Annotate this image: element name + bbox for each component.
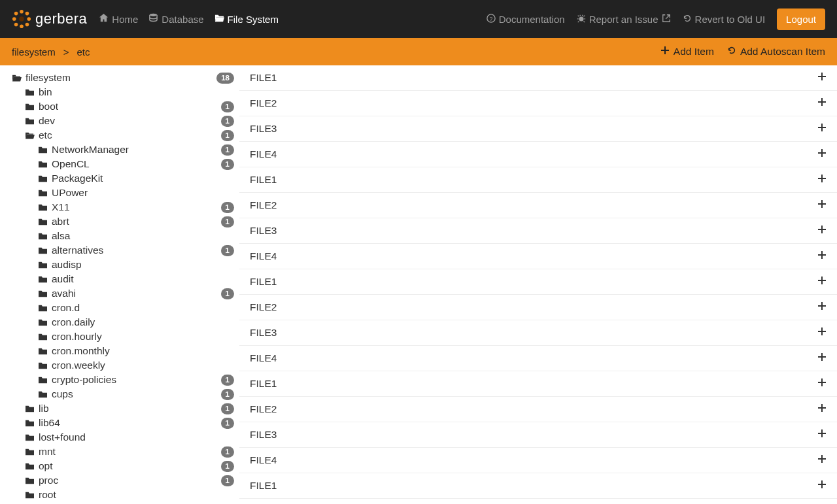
svg-point-0	[19, 16, 24, 22]
add-file-button[interactable]	[817, 301, 827, 314]
svg-point-5	[14, 12, 18, 16]
add-file-button[interactable]	[817, 97, 827, 110]
file-name: FILE1	[250, 276, 277, 288]
add-file-button[interactable]	[817, 122, 827, 135]
history-icon	[727, 46, 736, 58]
add-file-button[interactable]	[817, 224, 827, 237]
file-row[interactable]: FILE1	[239, 269, 837, 295]
add-file-button[interactable]	[817, 428, 827, 441]
file-row[interactable]: FILE3	[239, 218, 837, 244]
file-row[interactable]: FILE4	[239, 244, 837, 269]
breadcrumb-child[interactable]: etc	[77, 46, 90, 58]
tree-item-NetworkManager[interactable]: NetworkManager1	[0, 143, 239, 157]
file-row[interactable]: FILE1	[239, 473, 837, 499]
file-row[interactable]: FILE4	[239, 346, 837, 371]
brand[interactable]: gerbera	[12, 9, 87, 29]
nav-home[interactable]: Home	[99, 13, 138, 25]
count-badge: 1	[221, 446, 234, 458]
file-row[interactable]: FILE2	[239, 397, 837, 422]
tree-item-lost+found[interactable]: lost+found	[0, 430, 239, 445]
tree-item-audit[interactable]: audit	[0, 272, 239, 286]
tree-item-lib[interactable]: lib1	[0, 401, 239, 416]
folder-icon	[38, 347, 48, 356]
add-file-button[interactable]	[817, 250, 827, 263]
tree-item-root[interactable]: root	[0, 488, 239, 502]
file-row[interactable]: FILE3	[239, 320, 837, 346]
nav-documentation[interactable]: ? Documentation	[487, 14, 565, 25]
tree-item-dev[interactable]: dev1	[0, 114, 239, 128]
add-autoscan-button[interactable]: Add Autoscan Item	[727, 46, 825, 58]
tree-item-UPower[interactable]: UPower	[0, 186, 239, 200]
folder-icon	[25, 491, 35, 499]
tree-item-OpenCL[interactable]: OpenCL1	[0, 157, 239, 171]
folder-icon	[38, 203, 48, 212]
svg-point-1	[20, 10, 24, 14]
file-row[interactable]: FILE4	[239, 142, 837, 167]
tree-item-boot[interactable]: boot1	[0, 99, 239, 114]
add-file-button[interactable]	[817, 352, 827, 365]
tree-item-opt[interactable]: opt1	[0, 459, 239, 473]
file-row[interactable]: FILE2	[239, 295, 837, 320]
tree-item-cron.daily[interactable]: cron.daily	[0, 315, 239, 329]
tree-item-filesystem[interactable]: filesystem18	[0, 71, 239, 85]
help-icon: ?	[487, 14, 496, 25]
nav-report-issue[interactable]: Report an Issue	[577, 14, 671, 25]
count-badge: 1	[221, 101, 234, 112]
tree-item-label: cron.monthly	[52, 344, 110, 358]
add-file-button[interactable]	[817, 326, 827, 339]
file-row[interactable]: FILE2	[239, 193, 837, 218]
gerbera-logo-icon	[12, 9, 31, 29]
tree-item-cron.weekly[interactable]: cron.weekly	[0, 358, 239, 373]
file-row[interactable]: FILE1	[239, 65, 837, 91]
tree-item-etc[interactable]: etc1	[0, 128, 239, 143]
tree-item-label: crypto-policies	[52, 373, 116, 386]
tree-item-crypto-policies[interactable]: crypto-policies1	[0, 373, 239, 387]
tree-item-alsa[interactable]: alsa	[0, 229, 239, 243]
tree-item-avahi[interactable]: avahi1	[0, 286, 239, 301]
add-file-button[interactable]	[817, 199, 827, 212]
tree-item-X11[interactable]: X111	[0, 200, 239, 214]
tree-item-lib64[interactable]: lib641	[0, 416, 239, 430]
file-row[interactable]: FILE1	[239, 371, 837, 397]
add-file-button[interactable]	[817, 173, 827, 186]
tree-item-audisp[interactable]: audisp	[0, 258, 239, 272]
folder-icon	[38, 304, 48, 312]
tree-item-abrt[interactable]: abrt1	[0, 214, 239, 229]
file-row[interactable]: FILE1	[239, 167, 837, 193]
tree-item-cron.d[interactable]: cron.d	[0, 301, 239, 315]
add-file-button[interactable]	[817, 148, 827, 161]
add-file-button[interactable]	[817, 454, 827, 467]
svg-point-8	[26, 23, 29, 27]
tree-item-PackageKit[interactable]: PackageKit	[0, 171, 239, 186]
tree-item-bin[interactable]: bin	[0, 85, 239, 99]
nav-filesystem[interactable]: File System	[214, 13, 279, 25]
nav-database[interactable]: Database	[148, 13, 203, 25]
external-link-icon	[662, 14, 671, 25]
tree-item-cron.hourly[interactable]: cron.hourly	[0, 329, 239, 344]
add-file-button[interactable]	[817, 275, 827, 288]
file-row[interactable]: FILE2	[239, 499, 837, 504]
tree-item-mnt[interactable]: mnt1	[0, 445, 239, 459]
add-file-button[interactable]	[817, 479, 827, 492]
file-row[interactable]: FILE4	[239, 448, 837, 473]
tree-item-proc[interactable]: proc1	[0, 473, 239, 488]
nav-revert-ui[interactable]: Revert to Old UI	[683, 14, 766, 25]
folder-icon	[38, 175, 48, 183]
file-row[interactable]: FILE3	[239, 116, 837, 142]
add-item-button[interactable]: Add Item	[660, 46, 714, 58]
add-file-button[interactable]	[817, 403, 827, 416]
tree-item-label: boot	[39, 100, 58, 113]
tree-item-cups[interactable]: cups1	[0, 387, 239, 401]
tree-item-label: opt	[39, 460, 53, 473]
logout-button[interactable]: Logout	[777, 8, 825, 30]
file-row[interactable]: FILE3	[239, 422, 837, 448]
tree-item-label: PackageKit	[52, 172, 103, 185]
breadcrumb-root[interactable]: filesystem	[12, 46, 56, 58]
tree-item-cron.monthly[interactable]: cron.monthly	[0, 344, 239, 358]
folder-open-icon	[12, 74, 22, 82]
folder-icon	[38, 246, 48, 255]
add-file-button[interactable]	[817, 377, 827, 390]
file-row[interactable]: FILE2	[239, 91, 837, 116]
add-file-button[interactable]	[817, 71, 827, 84]
tree-item-alternatives[interactable]: alternatives1	[0, 243, 239, 258]
